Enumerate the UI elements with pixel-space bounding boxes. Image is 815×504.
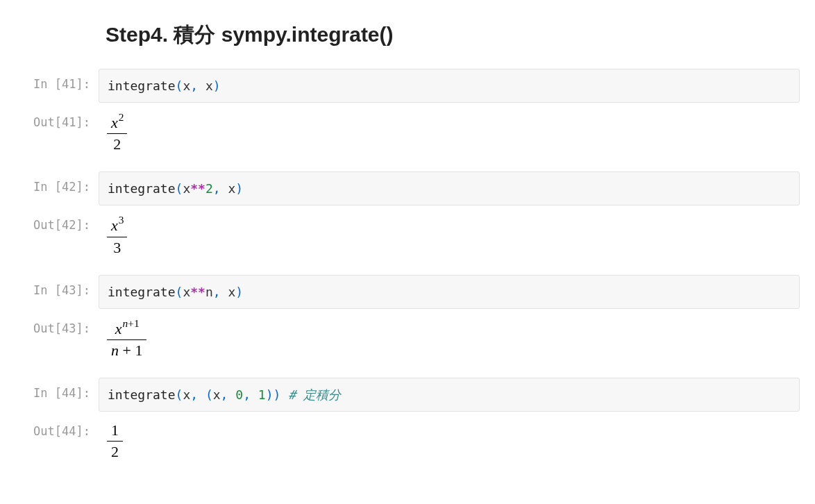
cell-pair: In [41]: integrate(x, x) Out[41]: x2 2 — [15, 69, 800, 159]
code-paren: ) — [274, 387, 281, 402]
output-cell: Out[41]: x2 2 — [15, 107, 800, 159]
input-cell: In [43]: integrate(x**n, x) — [15, 275, 800, 309]
code-paren: ) — [266, 387, 274, 402]
math-sup-plus: +1 — [128, 317, 139, 329]
code-fn: integrate — [108, 78, 176, 93]
code-var: x — [228, 181, 235, 196]
output-cell: Out[42]: x3 3 — [15, 210, 800, 262]
output-cell: Out[44]: 1 2 — [15, 416, 800, 467]
math-sup: 2 — [119, 111, 124, 123]
section-heading: Step4. 積分 sympy.integrate() — [106, 21, 800, 49]
code-comma: , — [190, 78, 198, 93]
math-base: x — [115, 320, 122, 337]
code-paren: ( — [176, 78, 183, 93]
code-fn: integrate — [108, 181, 176, 196]
math-den: 3 — [107, 237, 127, 257]
code-paren: ) — [235, 181, 243, 196]
fraction: x2 2 — [107, 112, 127, 153]
math-den: 2 — [107, 441, 123, 461]
out-prompt: Out[44]: — [15, 416, 99, 438]
math-output: 1 2 — [99, 416, 800, 467]
code-space — [251, 387, 258, 402]
code-fn: integrate — [108, 387, 176, 402]
code-paren: ( — [176, 387, 183, 402]
code-var: x — [205, 78, 213, 93]
code-num: 2 — [205, 181, 213, 196]
fraction: x3 3 — [107, 215, 127, 256]
code-var: x — [183, 78, 190, 93]
code-paren: ) — [213, 78, 221, 93]
in-prompt: In [41]: — [15, 69, 99, 91]
in-prompt: In [44]: — [15, 378, 99, 400]
math-base: x — [111, 114, 118, 131]
cell-pair: In [44]: integrate(x, (x, 0, 1)) # 定積分 O… — [15, 378, 800, 467]
math-num: 1 — [107, 421, 123, 441]
math-output: xn+1 n + 1 — [99, 313, 800, 365]
in-prompt: In [42]: — [15, 171, 99, 194]
code-comma: , — [221, 387, 228, 402]
code-var: x — [213, 387, 221, 402]
math-den-var: n — [111, 342, 119, 359]
code-space — [221, 285, 228, 299]
code-space — [280, 387, 288, 402]
code-input[interactable]: integrate(x, (x, 0, 1)) # 定積分 — [99, 378, 800, 412]
code-comment: # 定積分 — [288, 387, 341, 402]
code-paren: ) — [235, 285, 243, 299]
code-num: 1 — [258, 387, 266, 402]
code-input[interactable]: integrate(x**n, x) — [99, 275, 800, 309]
math-output: x2 2 — [99, 107, 800, 159]
out-prompt: Out[43]: — [15, 313, 99, 335]
code-var: x — [228, 285, 235, 299]
code-input[interactable]: integrate(x**2, x) — [99, 171, 800, 205]
code-input[interactable]: integrate(x, x) — [99, 69, 800, 103]
code-paren: ( — [205, 387, 213, 402]
code-var: n — [205, 285, 213, 299]
code-fn: integrate — [108, 285, 176, 299]
code-var: x — [183, 387, 190, 402]
input-cell: In [44]: integrate(x, (x, 0, 1)) # 定積分 — [15, 378, 800, 412]
code-space — [221, 181, 228, 196]
math-output: x3 3 — [99, 210, 800, 262]
math-den: 2 — [107, 133, 127, 153]
code-comma: , — [213, 285, 221, 299]
code-op: ** — [190, 181, 205, 196]
code-num: 0 — [235, 387, 243, 402]
out-prompt: Out[42]: — [15, 210, 99, 232]
code-paren: ( — [176, 285, 183, 299]
code-comma: , — [190, 387, 198, 402]
out-prompt: Out[41]: — [15, 107, 99, 129]
input-cell: In [42]: integrate(x**2, x) — [15, 171, 800, 205]
code-space — [198, 78, 205, 93]
output-cell: Out[43]: xn+1 n + 1 — [15, 313, 800, 365]
code-paren: ( — [176, 181, 183, 196]
input-cell: In [41]: integrate(x, x) — [15, 69, 800, 103]
math-sup: 3 — [119, 214, 124, 226]
in-prompt: In [43]: — [15, 275, 99, 297]
code-space — [228, 387, 235, 402]
code-comma: , — [213, 181, 221, 196]
math-den-rest: + 1 — [119, 342, 142, 359]
fraction: 1 2 — [107, 421, 123, 461]
fraction: xn+1 n + 1 — [107, 319, 146, 360]
code-space — [198, 387, 205, 402]
code-op: ** — [190, 285, 205, 299]
cell-pair: In [42]: integrate(x**2, x) Out[42]: x3 … — [15, 171, 800, 262]
math-base: x — [111, 217, 118, 235]
code-var: x — [183, 181, 190, 196]
cell-pair: In [43]: integrate(x**n, x) Out[43]: xn+… — [15, 275, 800, 365]
code-var: x — [183, 285, 190, 299]
code-comma: , — [243, 387, 251, 402]
